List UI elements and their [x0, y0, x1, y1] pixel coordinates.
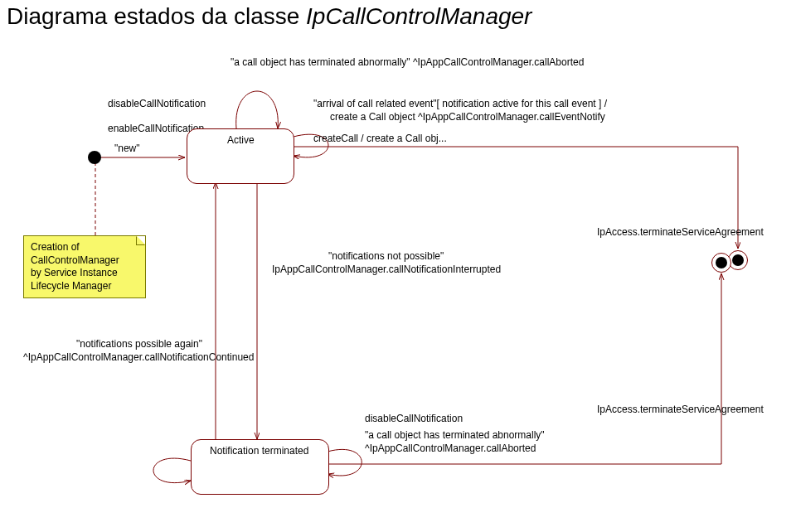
label-disable-call-notification: disableCallNotification: [108, 98, 206, 109]
note-line2: CallControlManager: [31, 254, 138, 268]
diagram-title: Diagrama estados da classe IpCallControl…: [7, 3, 531, 30]
label-call-aborted-2a: "a call object has terminated abnormally…: [365, 429, 545, 441]
label-new: "new": [114, 143, 140, 154]
title-class: IpCallControlManager: [306, 3, 531, 29]
title-prefix: Diagrama estados da classe: [7, 3, 306, 29]
label-notif-not-possible-2: IpAppCallControlManager.callNotification…: [272, 264, 501, 275]
state-notification-terminated-label: Notification terminated: [210, 445, 308, 457]
label-create-call: createCall / create a Call obj...: [313, 133, 447, 144]
note-creation: Creation of CallControlManager by Servic…: [23, 235, 146, 298]
label-arrival-line1: "arrival of call related event"[ notific…: [313, 98, 607, 109]
label-call-aborted: "a call object has terminated abnormally…: [231, 56, 584, 68]
final-state-2: [711, 253, 731, 273]
label-call-aborted-2b: ^IpAppCallControlManager.callAborted: [365, 443, 536, 454]
label-notif-not-possible-1: "notifications not possible": [328, 250, 444, 262]
note-line3: by Service Instance: [31, 267, 138, 280]
initial-state: [88, 151, 101, 164]
label-arrival-line2: create a Call object ^IpAppCallControlMa…: [330, 111, 605, 123]
label-terminate-sa-2: IpAccess.terminateServiceAgreement: [597, 404, 764, 415]
state-active: Active: [187, 128, 294, 184]
label-terminate-sa-1: IpAccess.terminateServiceAgreement: [597, 226, 764, 238]
label-notif-possible-2: ^IpAppCallControlManager.callNotificatio…: [23, 351, 254, 363]
note-line4: Lifecycle Manager: [31, 280, 138, 293]
label-notif-possible-1: "notifications possible again": [76, 338, 202, 350]
note-line1: Creation of: [31, 241, 138, 254]
state-active-label: Active: [227, 134, 255, 146]
state-notification-terminated: Notification terminated: [191, 439, 329, 495]
label-disable-call-notification-2: disableCallNotification: [365, 413, 463, 424]
